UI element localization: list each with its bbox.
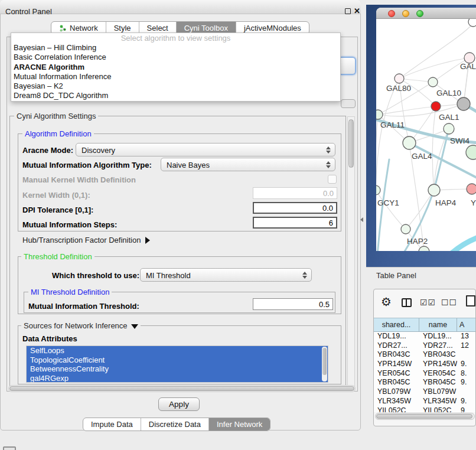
manual-kernel-checkbox[interactable] (328, 175, 337, 184)
algorithm-option-mutual-information-inference[interactable]: Mutual Information Inference (11, 72, 340, 81)
algorithm-definition-title: Algorithm Definition (22, 129, 94, 138)
table-cell: YIL052C (419, 406, 457, 413)
algorithm-option-aracne-algorithm[interactable]: ARACNE Algorithm (11, 63, 340, 72)
algorithm-option-bayesian-hill-climbing[interactable]: Bayesian – Hill Climbing (11, 43, 340, 53)
tab-infer-network[interactable]: Infer Network (208, 418, 270, 431)
table-cell: YBR043C (374, 350, 419, 360)
mi-steps-field[interactable] (253, 217, 337, 229)
network-view-window[interactable]: GALGAL80GAL10GAL1GAL11SWI4GAL4GCY1HAP4YH… (376, 8, 476, 251)
algorithm-combobox-fragment[interactable] (341, 57, 356, 75)
node-unlabeled[interactable] (457, 97, 470, 110)
clear-all-checkboxes-icon[interactable]: ☐☐ (441, 298, 457, 307)
network-window-titlebar[interactable] (376, 8, 476, 19)
table-row[interactable]: YDR27...YDR27...12 (374, 341, 476, 351)
table-cell (457, 350, 476, 360)
stepper-arrows-icon (326, 146, 331, 154)
columns-icon[interactable] (402, 298, 412, 307)
scrollbar-thumb[interactable] (9, 386, 354, 391)
dpi-tolerance-field[interactable] (253, 202, 337, 214)
node-gcy1[interactable] (376, 185, 380, 195)
manual-kernel-label: Manual Kernel Width Definition (22, 175, 136, 184)
attribute-item-topologicalcoefficient[interactable]: TopologicalCoefficient (27, 356, 328, 365)
algorithm-option-basic-correlation-inference[interactable]: Basic Correlation Inference (11, 53, 340, 62)
node-hap4[interactable] (428, 184, 440, 196)
table-row[interactable]: YLR345WYLR345W9. (374, 397, 476, 406)
node-gal4[interactable] (403, 136, 416, 149)
which-threshold-select[interactable]: MI Threshold (140, 268, 312, 282)
close-traffic-light[interactable] (388, 10, 395, 17)
dropdown-prompt: Select algorithm to view settings (11, 33, 340, 43)
export-table-icon[interactable] (466, 295, 475, 306)
stepper-arrows-icon (302, 271, 307, 279)
algorithm-dropdown-popup: Select algorithm to view settings Bayesi… (11, 32, 341, 102)
attribute-item-betweennesscentrality[interactable]: BetweennessCentrality (27, 364, 328, 374)
node-gal1[interactable] (431, 102, 441, 111)
scrollbar-thumb[interactable] (348, 119, 354, 168)
node-label: GAL11 (380, 120, 405, 129)
select-all-checkboxes-icon[interactable]: ☑☑ (420, 298, 436, 307)
table-body: YDL19...YDL19...13YDR27...YDR27...12YBR0… (374, 332, 476, 412)
node-gal11[interactable] (376, 110, 383, 119)
tab-label: Cyni Toolbox (184, 24, 228, 32)
attribute-item-selfloops[interactable]: SelfLoops (27, 346, 328, 356)
mi-type-select[interactable]: Naive Bayes (161, 158, 335, 171)
tab-impute-data[interactable]: Impute Data (83, 418, 141, 431)
attribute-item-gal4rgexp[interactable]: gal4RGexp (27, 374, 328, 383)
node-label: HAP4 (435, 198, 457, 207)
zoom-traffic-light[interactable] (416, 10, 423, 17)
column-header-a[interactable]: A (457, 318, 476, 331)
node-y[interactable] (467, 184, 476, 194)
table-row[interactable]: YBR045CYBR045C9. (374, 378, 476, 387)
panel-collapse-arrow-icon[interactable] (360, 217, 363, 222)
table-row[interactable]: YIL052CYIL052C9 (374, 406, 476, 413)
tab-label: Impute Data (91, 420, 133, 429)
column-header-shared[interactable]: shared... (374, 318, 419, 331)
aracne-mode-label: Aracne Mode: (22, 146, 73, 155)
node-gal80[interactable] (395, 74, 404, 83)
sources-group-title[interactable]: Sources for Network Inference (21, 321, 141, 330)
table-row[interactable]: YPR145WYPR145W9. (374, 360, 476, 369)
scrollbar-thumb[interactable] (376, 414, 472, 419)
table-row[interactable]: YDL19...YDL19...13 (374, 332, 476, 341)
table-row[interactable]: YBR043CYBR043C (374, 350, 476, 360)
aracne-mode-value: Discovery (81, 146, 115, 155)
minimize-traffic-light[interactable] (402, 10, 409, 17)
network-canvas[interactable]: GALGAL80GAL10GAL1GAL11SWI4GAL4GCY1HAP4YH… (376, 19, 476, 251)
table-cell: YPR145W (419, 360, 457, 369)
node-unlabeled[interactable] (468, 19, 476, 27)
tab-discretize-data[interactable]: Discretize Data (141, 418, 208, 431)
bottom-left-cut-button[interactable] (3, 446, 16, 450)
algorithm-option-dream8-dc-tdc-algorithm[interactable]: Dream8 DC_TDC Algorithm (11, 91, 340, 100)
table-horizontal-scrollbar[interactable] (375, 413, 475, 420)
table-cell: YBR045C (374, 378, 419, 387)
gear-icon[interactable]: ⚙ (381, 295, 392, 309)
settings-vertical-scrollbar[interactable] (347, 116, 355, 389)
data-attributes-list[interactable]: SelfLoopsTopologicalCoefficientBetweenne… (26, 345, 328, 383)
hub-definition-expander[interactable]: Hub/Transcription Factor Definition (22, 236, 150, 244)
table-header-row: shared...nameA (374, 318, 476, 332)
node-swi4[interactable] (444, 123, 454, 134)
table-cell: 9. (457, 378, 476, 387)
divider (366, 267, 476, 268)
apply-button[interactable]: Apply (158, 397, 200, 411)
expand-right-icon (145, 237, 150, 244)
mi-threshold-field[interactable] (253, 298, 333, 310)
node-unlabeled[interactable] (466, 145, 476, 159)
node-gal10[interactable] (428, 77, 438, 87)
scrollbar-thumb[interactable] (322, 348, 327, 375)
aracne-mode-select[interactable]: Discovery (76, 143, 335, 156)
float-window-icon[interactable] (345, 8, 351, 14)
table-row[interactable]: YBL079WYBL079W (374, 387, 476, 397)
hub-definition-label: Hub/Transcription Factor Definition (22, 236, 141, 244)
table-panel: ⚙ ☑☑ ☐☐ shared...nameA YDL19...YDL19...1… (373, 289, 476, 426)
table-row[interactable]: YER054CYER054C8. (374, 369, 476, 379)
combobox-fragment[interactable] (341, 99, 356, 108)
algorithm-option-bayesian-k2[interactable]: Bayesian – K2 (11, 81, 340, 91)
node-hap2[interactable] (401, 224, 410, 234)
cyni-mode-tabs: Impute DataDiscretize DataInfer Network (83, 418, 270, 431)
threshold-definition-title: Threshold Definition (21, 252, 94, 261)
column-header-name[interactable]: name (419, 318, 457, 331)
attributes-scrollbar[interactable] (322, 347, 327, 381)
close-icon[interactable]: ✕ (354, 6, 360, 15)
settings-horizontal-scrollbar[interactable] (8, 385, 356, 392)
